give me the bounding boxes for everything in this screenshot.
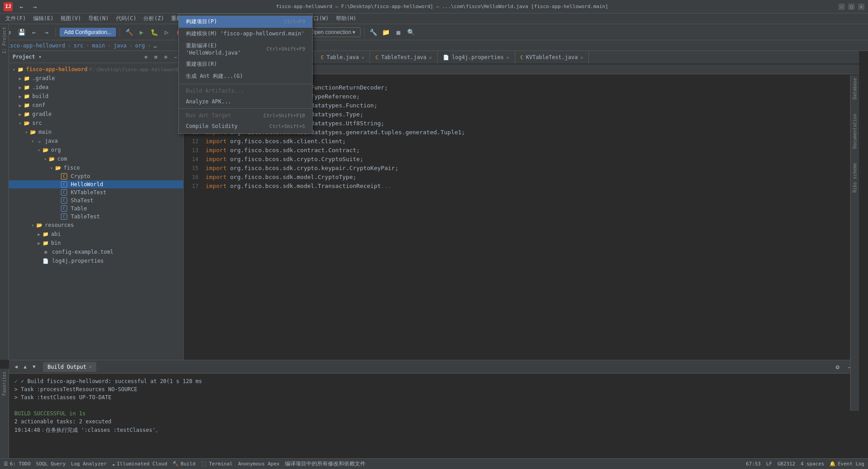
tab-icon-table: C [321, 55, 324, 60]
tree-item-table[interactable]: ▶ C Table [9, 205, 183, 213]
status-cursor[interactable]: 67:53 [746, 461, 761, 467]
tree-item-src[interactable]: ▾ 📂 src [9, 119, 183, 128]
dropdown-recompile[interactable]: 重新编译(E) 'HelloWorld.java' Ctrl+Shift+F9 [179, 40, 312, 58]
maximize-button[interactable]: □ [848, 4, 855, 10]
tree-item-helloworld[interactable]: ▶ C HelloWorld [9, 180, 183, 188]
tree-item-tabletest[interactable]: ▶ C TableTest [9, 213, 183, 221]
bottom-tab-build-output[interactable]: Build Output ✕ [43, 362, 96, 372]
build-panel-left-btn[interactable]: ◀ [13, 363, 20, 371]
build-output-close[interactable]: ✕ [89, 364, 92, 369]
tab-close-log4j[interactable]: ✕ [507, 55, 509, 60]
tree-item-shatest[interactable]: ▶ C ShaTest [9, 196, 183, 205]
toolbar-forward-btn[interactable]: → [41, 27, 52, 38]
tab-close-tabletest[interactable]: ✕ [429, 55, 432, 60]
build-timestamp-line: 19:14:48：任务执行完成 ':classes :testClasses'。 [14, 426, 854, 435]
status-build[interactable]: 🔨 Build [172, 461, 195, 467]
project-panel-settings-btn[interactable]: ⚙ [162, 53, 170, 61]
menu-view[interactable]: 视图(V) [57, 14, 85, 23]
status-log-analyzer[interactable]: Log Analyzer [71, 461, 107, 467]
build-panel-up-btn[interactable]: ▲ [21, 363, 29, 371]
toolbar-run-coverage-btn[interactable]: ▷ [161, 27, 172, 38]
status-soql[interactable]: SOQL Query [36, 461, 65, 467]
project-panel-header: Project ▾ ⊕ ⊞ ⚙ — [9, 51, 183, 63]
toolbar-debug-btn[interactable]: 🐛 [149, 27, 159, 38]
menu-edit[interactable]: 编辑(E) [30, 14, 57, 23]
tree-item-crypto[interactable]: ▶ C Crypto [9, 172, 183, 180]
status-spaces[interactable]: 4 spaces [800, 461, 824, 467]
toolbar-wrench-btn[interactable]: 🔧 [368, 27, 379, 38]
menu-file[interactable]: 文件(F) [2, 14, 30, 23]
toolbar-back-btn[interactable]: ← [29, 27, 39, 38]
back-btn[interactable]: ← [16, 1, 27, 12]
status-event-log[interactable]: 🔔 Event Log [829, 461, 864, 467]
tree-item-fisco[interactable]: ▾ 📂 fisco [9, 163, 183, 172]
tree-item-kvtabletest[interactable]: ▶ C KVTableTest [9, 188, 183, 196]
tab-table[interactable]: C Table.java ✕ [315, 51, 370, 64]
documentation-tab[interactable]: Documentation [851, 111, 859, 151]
tree-item-resources[interactable]: ▾ 📂 resources [9, 221, 183, 230]
status-todo[interactable]: ☰ 6: TODO [4, 461, 30, 467]
terminal-icon: ⬛ [201, 461, 207, 467]
dropdown-generate-ant[interactable]: 生成 Ant 构建...(G) [179, 70, 312, 82]
tree-item-idea[interactable]: ▶ 📁 .idea [9, 83, 183, 92]
nav-src[interactable]: src [74, 43, 84, 49]
add-configuration-button[interactable]: Add Configuration... [60, 28, 116, 37]
tab-close-table[interactable]: ✕ [361, 55, 364, 60]
dropdown-analyze-apk[interactable]: Analyze APK... [179, 96, 312, 107]
tree-item-abi[interactable]: ▶ 📁 abi [9, 230, 183, 239]
status-line-ending[interactable]: LF [766, 461, 772, 467]
tree-item-bin[interactable]: ▶ 📁 bin [9, 239, 183, 247]
tree-item-main[interactable]: ▾ 📂 main [9, 128, 183, 136]
tree-item-gradle[interactable]: ▶ 📁 gradle [9, 110, 183, 119]
tree-item-build[interactable]: ▶ 📁 build [9, 92, 183, 101]
status-encoding[interactable]: GB2312 [778, 461, 795, 467]
favorites-icon[interactable]: Favorites [0, 369, 8, 398]
toolbar-folder-btn[interactable]: 📁 [381, 27, 391, 38]
build-actionable-line: 2 actionable tasks: 2 executed [14, 418, 854, 426]
close-button[interactable]: ✕ [858, 4, 864, 10]
project-panel-expand-btn[interactable]: ⊞ [152, 53, 160, 61]
dropdown-build-project[interactable]: 构建项目(P) Ctrl+F9 [179, 16, 312, 28]
dropdown-build-module[interactable]: 构建模块(M) 'fisco-app-helloword.main' [179, 28, 312, 40]
toolbar-layout-btn[interactable]: ▦ [393, 27, 404, 38]
menu-navigate[interactable]: 导航(N) [85, 14, 112, 23]
tree-item-com[interactable]: ▾ 📂 com [9, 154, 183, 163]
status-terminal[interactable]: ⬛ Terminal [201, 461, 232, 467]
build-panel-down-btn[interactable]: ▼ [30, 363, 38, 371]
bottom-panel-settings-btn[interactable]: ⚙ [832, 362, 843, 372]
nav-java[interactable]: java [114, 43, 127, 49]
tree-item-gradle-hidden[interactable]: ▶ 📁 .gradle [9, 74, 183, 83]
tab-log4j[interactable]: 📄 log4j.properties ✕ [438, 51, 515, 64]
database-tab[interactable]: Database [851, 75, 859, 102]
menu-code[interactable]: 代码(C) [112, 14, 140, 23]
project-panel-locate-btn[interactable]: ⊕ [142, 53, 150, 61]
tree-item-org[interactable]: ▾ 📂 org [9, 145, 183, 154]
nav-main[interactable]: main [92, 43, 105, 49]
toolbar-build-btn[interactable]: 🔨 [124, 27, 134, 38]
dropdown-compile-solidity[interactable]: Compile Solidity Ctrl+Shift+S [179, 121, 312, 132]
toolbar-search-btn[interactable]: 🔍 [406, 27, 417, 38]
ribs-scheme-tab[interactable]: Ribs scheme [851, 160, 859, 195]
menu-analyze[interactable]: 分析(Z) [140, 14, 168, 23]
toolbar-save-btn[interactable]: 💾 [16, 27, 27, 38]
tab-close-kvtabletest[interactable]: ✕ [580, 55, 583, 60]
status-anonymous-apex[interactable]: Anonymous Apex [238, 461, 279, 467]
tree-item-config-toml[interactable]: ▶ ⚙ config-example.toml [9, 247, 183, 256]
nav-org[interactable]: org [135, 43, 145, 49]
nav-project[interactable]: fisco-app-helloword [4, 43, 65, 49]
minimize-button[interactable]: — [838, 4, 845, 10]
structure-icon[interactable]: 1: Project [0, 24, 8, 56]
tab-tabletest[interactable]: C TableTest.java ✕ [370, 51, 438, 64]
tab-kvtabletest[interactable]: C KVTableTest.java ✕ [515, 51, 589, 64]
code-line-17: 17 import org.fisco.bcos.sdk.model.Trans… [184, 182, 859, 191]
toolbar-run-green-btn[interactable]: ▶ [136, 27, 147, 38]
menu-help[interactable]: 帮助(H) [332, 14, 360, 23]
forward-btn[interactable]: → [30, 1, 40, 12]
tree-item-root[interactable]: ▾ 📁 fisco-app-helloword F:\Desktop\fisco… [9, 65, 183, 74]
dropdown-rebuild[interactable]: 重建项目(R) [179, 58, 312, 70]
status-illuminated-cloud[interactable]: ☁ Illuminated Cloud [112, 461, 167, 467]
tree-item-conf[interactable]: ▶ 📁 conf [9, 101, 183, 110]
dropdown-run-ant: Run Ant Target Ctrl+Shift+F10 [179, 110, 312, 121]
tree-item-log4j[interactable]: ▶ 📄 log4j.properties [9, 256, 183, 265]
tree-item-java[interactable]: ▾ ☕ java [9, 136, 183, 145]
